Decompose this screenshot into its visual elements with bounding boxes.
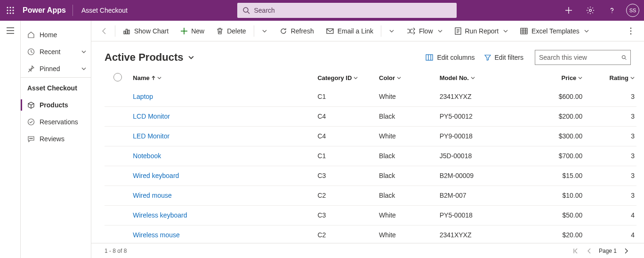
table-row[interactable]: Wireless mouseC2White2341XYXZ$20.004 (105, 225, 636, 243)
product-link[interactable]: Notebook (133, 152, 161, 160)
brand-label[interactable]: Power Apps (21, 6, 72, 15)
cmd-overflow[interactable] (622, 21, 639, 41)
top-bar: Power Apps Asset Checkout SS (0, 0, 644, 21)
nav-pinned[interactable]: Pinned (21, 60, 91, 77)
svg-rect-25 (128, 30, 129, 34)
app-launcher-button[interactable] (0, 0, 21, 21)
table-row[interactable]: Wireless keyboardC3WhitePY5-00018$50.004 (105, 205, 636, 225)
view-selector[interactable]: Active Products (105, 51, 194, 64)
page-first[interactable] (571, 246, 580, 256)
product-link[interactable]: LCD Monitor (133, 113, 170, 120)
back-button[interactable] (96, 21, 113, 41)
cmd-email-split[interactable] (383, 21, 400, 41)
mail-icon (326, 28, 334, 34)
page-next[interactable] (621, 246, 631, 256)
cell-price: $15.00 (528, 166, 585, 185)
nav-section: Asset Checkout Products Reservations Rev… (21, 77, 91, 147)
clock-icon (27, 48, 35, 56)
more-vertical-icon (630, 27, 632, 35)
product-link[interactable]: LED Monitor (133, 132, 169, 140)
table-row[interactable]: NotebookC1BlackJ5D-00018$700.003 (105, 146, 636, 166)
divider (115, 25, 115, 37)
cmd-delete-label: Delete (227, 27, 246, 35)
add-button[interactable] (558, 0, 579, 21)
svg-point-38 (630, 27, 632, 29)
col-category[interactable]: Category ID (315, 70, 377, 87)
svg-point-4 (9, 9, 11, 11)
hamburger-icon (7, 27, 14, 34)
col-name[interactable]: Name (131, 70, 315, 87)
global-search[interactable] (237, 3, 457, 18)
cmd-flow[interactable]: Flow (401, 21, 448, 41)
help-button[interactable] (602, 0, 622, 21)
app-name[interactable]: Asset Checkout (73, 7, 136, 14)
col-price[interactable]: Price (528, 70, 585, 87)
cmd-delete[interactable]: Delete (211, 21, 251, 41)
table-row[interactable]: Wired keyboardC3BlackB2M-00009$15.003 (105, 166, 636, 185)
global-search-input[interactable] (254, 7, 451, 14)
svg-point-6 (7, 12, 8, 14)
row-select[interactable] (105, 126, 131, 146)
row-select[interactable] (105, 106, 131, 126)
edit-filters-button[interactable]: Edit filters (480, 50, 528, 65)
nav-reservations[interactable]: Reservations (21, 113, 91, 130)
select-all-header[interactable] (105, 70, 131, 87)
chevron-down-icon (81, 66, 86, 71)
svg-rect-33 (521, 28, 527, 34)
table-row[interactable]: Wired mouseC2BlackB2M-007$10.003 (105, 185, 636, 205)
col-rating[interactable]: Rating (584, 70, 636, 87)
cmd-new[interactable]: New (175, 21, 210, 41)
plus-icon (181, 28, 187, 34)
settings-button[interactable] (580, 0, 601, 21)
cmd-excel-templates[interactable]: Excel Templates (515, 21, 595, 41)
nav-recent[interactable]: Recent (21, 43, 91, 60)
page-next-icon (623, 248, 629, 254)
col-color[interactable]: Color (377, 70, 438, 87)
view-search[interactable] (535, 50, 631, 65)
chevron-down-icon (81, 49, 86, 54)
nav-reviews[interactable]: Reviews (21, 130, 91, 147)
global-search-wrap (237, 3, 457, 18)
product-link[interactable]: Wireless mouse (133, 231, 180, 239)
row-range: 1 - 8 of 8 (105, 248, 127, 254)
cmd-run-report[interactable]: Run Report (449, 21, 514, 41)
cmd-show-chart[interactable]: Show Chart (117, 21, 174, 41)
side-nav: Home Recent Pinned Asset Checkout Produc… (21, 21, 91, 258)
row-select[interactable] (105, 185, 131, 205)
plus-icon (565, 7, 572, 14)
svg-point-5 (12, 9, 14, 11)
cmd-delete-split[interactable] (256, 21, 273, 41)
cmd-email-link[interactable]: Email a Link (321, 21, 379, 41)
package-icon (27, 101, 35, 109)
row-select[interactable] (105, 166, 131, 185)
edit-columns-label: Edit columns (437, 54, 475, 61)
svg-point-21 (31, 138, 31, 138)
chevron-down-icon (584, 29, 589, 33)
table-row[interactable]: LCD MonitorC4BlackPY5-00012$200.003 (105, 106, 636, 126)
svg-point-9 (243, 8, 248, 12)
nav-home[interactable]: Home (21, 26, 91, 43)
product-link[interactable]: Wired mouse (133, 192, 171, 199)
col-model[interactable]: Model No. (438, 70, 528, 87)
row-select[interactable] (105, 205, 131, 225)
row-select[interactable] (105, 87, 131, 106)
row-select[interactable] (105, 225, 131, 243)
user-avatar[interactable]: SS (626, 4, 639, 17)
table-row[interactable]: LaptopC1White2341XYXZ$600.003 (105, 87, 636, 106)
product-link[interactable]: Laptop (133, 93, 153, 100)
cell-color: White (377, 126, 438, 146)
table-row[interactable]: LED MonitorC4WhitePY9-00018$300.003 (105, 126, 636, 146)
nav-toggle-button[interactable] (7, 27, 14, 258)
product-link[interactable]: Wired keyboard (133, 172, 179, 179)
cell-model: J5D-00018 (438, 146, 528, 166)
chevron-down-icon (578, 76, 582, 80)
view-search-input[interactable] (539, 54, 621, 61)
edit-columns-button[interactable]: Edit columns (421, 50, 479, 65)
nav-recent-label: Recent (40, 48, 77, 56)
row-select[interactable] (105, 146, 131, 166)
nav-products[interactable]: Products (21, 97, 91, 113)
cell-color: White (377, 87, 438, 106)
cmd-refresh[interactable]: Refresh (274, 21, 320, 41)
page-prev[interactable] (585, 246, 594, 256)
product-link[interactable]: Wireless keyboard (133, 211, 187, 219)
